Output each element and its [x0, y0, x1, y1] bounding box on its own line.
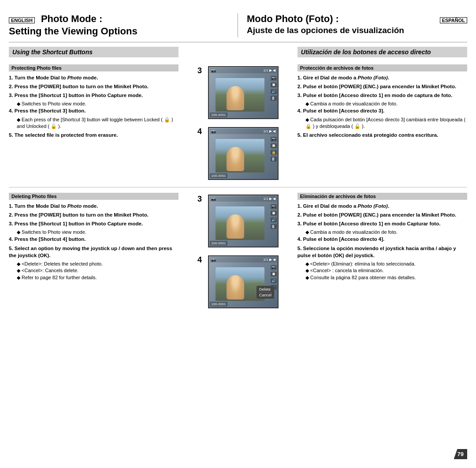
- page-title-es-1: Modo Photo (Foto) :: [247, 13, 339, 25]
- en-protect-bullet1: Switches to Photo view mode.: [17, 101, 178, 107]
- english-badge: ENGLISH: [9, 17, 35, 23]
- es-protect-bullet1: Cambia a modo de visualización de foto.: [305, 101, 467, 107]
- section-header-en: Using the Shortcut Buttons: [9, 47, 178, 57]
- es-delete-bullet4: Consulte la página 82 para obtener más d…: [305, 274, 467, 281]
- en-protecting-label: Protecting Photo files: [9, 64, 178, 71]
- page-title-en-1: Photo Mode :: [41, 13, 102, 25]
- en-protecting-text: Protecting Photo files 1. Turn the Mode …: [9, 64, 183, 182]
- delete-step-num-3: 3: [197, 195, 205, 204]
- en-protect-step4: 4. Press the [Shortcut 3] button.: [9, 107, 178, 114]
- es-protect-step1: 1. Gire el Dial de modo a Photo (Foto).: [298, 74, 467, 81]
- deleting-images: 3 📷 1/1 ▶ ◀ 📷 🔲 🔊 🗑: [183, 193, 293, 310]
- en-protect-step5: 5. The selected file is protected from e…: [9, 131, 178, 139]
- cancel-option: Cancel: [259, 292, 271, 298]
- es-delete-step3: 3. Pulse el botón [Acceso directo 1] en …: [298, 220, 467, 227]
- es-delete-step2: 2. Pulse el botón [POWER] (ENC.) para en…: [298, 211, 467, 218]
- delete-screen-3: 📷 1/1 ▶ ◀ 📷 🔲 🔊 🗑 100-0001: [208, 195, 279, 247]
- en-protect-step2: 2. Press the [POWER] button to turn on t…: [9, 83, 178, 90]
- page-number: 79: [454, 449, 467, 459]
- protect-step-num-3: 3: [197, 66, 205, 75]
- es-protecting-label: Protección de archivos de fotos: [298, 64, 467, 71]
- protect-screen-4: 📷 1/1 ▶ ◀ 📷 🔲 🔒 🗑 100-0001: [208, 127, 279, 180]
- es-deleting-label: Eliminación de archivos de fotos: [298, 193, 467, 200]
- english-title-block: ENGLISH Photo Mode : Setting the Viewing…: [9, 13, 238, 37]
- en-delete-step3: 3. Press the [Shortcut 1] button in Phot…: [9, 220, 178, 227]
- espanol-badge: ESPAÑOL: [440, 17, 467, 23]
- protect-image-4-wrap: 4 📷 1/1 ▶ ◀ 📷 🔲 🔒 🗑: [197, 127, 279, 180]
- es-protect-step5: 5. El archivo seleccionado está protegid…: [298, 131, 467, 139]
- deleting-section: Deleting Photo files 1. Turn the Mode Di…: [9, 193, 467, 310]
- page-title-en-2: Setting the Viewing Options: [9, 26, 229, 37]
- es-protect-bullet2: Cada pulsación del botón [Acceso directo…: [305, 116, 467, 130]
- en-delete-step2: 2. Press the [POWER] button to turn on t…: [9, 211, 178, 218]
- delete-image-4-wrap: 4 📷 1/1 ▶ ◀ 📷 🔲 🔊 🗑: [197, 255, 279, 308]
- delete-option: Delete: [259, 287, 271, 292]
- protect-code-3: 100-0001: [210, 112, 227, 117]
- delete-screen-4: 📷 1/1 ▶ ◀ 📷 🔲 🔊 🗑 De: [208, 255, 279, 308]
- en-protect-step1: 1. Turn the Mode Dial to Photo mode.: [9, 74, 178, 81]
- es-delete-bullet3: <Cancel> : cancela la eliminación.: [305, 267, 467, 274]
- en-delete-step4: 4. Press the [Shortcut 4] button.: [9, 236, 178, 243]
- protect-image-3-wrap: 3 📷 1/1 ▶ ◀ 📷 🔲 🔊 🗑: [197, 66, 279, 119]
- protecting-section: Protecting Photo files 1. Turn the Mode …: [9, 64, 467, 182]
- protect-screen-3: 📷 1/1 ▶ ◀ 📷 🔲 🔊 🗑 100-0001: [208, 66, 279, 119]
- section-headers: Using the Shortcut Buttons Utilización d…: [9, 47, 467, 61]
- es-delete-bullet1: Cambia a modo de visualización de foto.: [305, 229, 467, 236]
- es-protect-step2: 2. Pulse el botón [POWER] (ENC.) para en…: [298, 83, 467, 90]
- en-delete-bullet1: Switches to Photo view mode.: [17, 229, 178, 236]
- section-divider: [9, 187, 467, 187]
- en-delete-bullet4: Refer to page 82 for further details.: [17, 274, 178, 281]
- delete-image-3-wrap: 3 📷 1/1 ▶ ◀ 📷 🔲 🔊 🗑: [197, 195, 279, 247]
- en-delete-bullet2: <Delete>: Deletes the selected photo.: [17, 261, 178, 267]
- es-deleting-text: Eliminación de archivos de fotos 1. Gire…: [293, 193, 467, 310]
- delete-step-num-4: 4: [197, 255, 205, 265]
- delete-menu-overlay: Delete Cancel: [257, 286, 274, 299]
- page-title-es-2: Ajuste de las opciones de visualización: [247, 26, 467, 36]
- es-delete-bullet2: <Delete> (Eliminar): elimina la foto sel…: [305, 261, 467, 267]
- section-header-es: Utilización de los botones de acceso dir…: [298, 47, 467, 57]
- en-delete-step5: 5. Select an option by moving the joysti…: [9, 245, 178, 259]
- page: ENGLISH Photo Mode : Setting the Viewing…: [0, 0, 476, 468]
- en-protect-bullet2: Each press of the [Shortcut 3] button wi…: [17, 116, 178, 130]
- es-delete-step1: 1. Gire el Dial de modo a Photo (Foto).: [298, 202, 467, 210]
- en-protect-step3: 3. Press the [Shortcut 1] button in Phot…: [9, 92, 178, 99]
- en-delete-bullet3: <Cancel>: Cancels delete.: [17, 267, 178, 274]
- delete-code-3: 100-0001: [210, 241, 227, 246]
- es-protect-step3: 3. Pulse el botón [Acceso directo 1] en …: [298, 92, 467, 99]
- page-header: ENGLISH Photo Mode : Setting the Viewing…: [9, 13, 467, 42]
- es-protect-step4: 4. Pulse el botón [Acceso directo 3].: [298, 107, 467, 114]
- es-delete-step4: 4. Pulse el botón [Acceso directo 4].: [298, 236, 467, 243]
- delete-code-4: 100-0001: [210, 302, 227, 307]
- es-delete-step5: 5. Seleccione la opción moviendo el joys…: [298, 245, 467, 259]
- protect-step-num-4: 4: [197, 127, 205, 136]
- espanol-title-block: Modo Photo (Foto) : ESPAÑOL Ajuste de la…: [238, 13, 467, 37]
- en-delete-step1: 1. Turn the Mode Dial to Photo mode.: [9, 202, 178, 210]
- es-protecting-text: Protección de archivos de fotos 1. Gire …: [293, 64, 467, 182]
- protecting-images: 3 📷 1/1 ▶ ◀ 📷 🔲 🔊 🗑: [183, 64, 293, 182]
- en-deleting-label: Deleting Photo files: [9, 193, 178, 200]
- protect-code-4: 100-0001: [210, 173, 227, 178]
- en-deleting-text: Deleting Photo files 1. Turn the Mode Di…: [9, 193, 183, 310]
